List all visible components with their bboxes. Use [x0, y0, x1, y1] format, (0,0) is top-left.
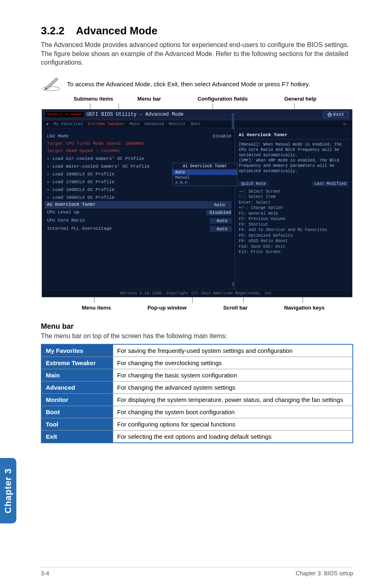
label-general-help: General help — [284, 96, 316, 102]
bullet-icon: ●— — [343, 122, 348, 126]
table-row: Extreme TweakerFor changing the overcloc… — [41, 357, 353, 369]
table-value: For changing the overclocking settings — [113, 357, 353, 369]
menu-monitor[interactable]: Monitor — [169, 122, 186, 126]
heading: 3.2.2Advanced Mode — [41, 25, 353, 37]
menu-boot[interactable]: Boot — [191, 122, 201, 126]
bios-left-pane: LN2 ModeDisabled Target CPU Turbo Mode S… — [42, 128, 234, 290]
power-icon: ⏻ — [327, 112, 332, 117]
bios-right-pane: Ai Overclock Tuner [Manual]: When Manual… — [234, 128, 352, 290]
note-row: To access the Advanced Mode, click Exit,… — [41, 75, 353, 93]
table-key: Main — [41, 369, 113, 381]
selected-item[interactable]: Ai Overclock TunerAuto — [45, 201, 234, 209]
table-key: Monitor — [41, 393, 113, 406]
page-footer: 3-4 Chapter 3: BIOS setup — [41, 567, 353, 577]
list-item[interactable]: Load Air-cooled Gamers' OC Profile — [47, 155, 234, 162]
table-value: For changing the system boot configurati… — [113, 406, 353, 418]
quick-note-button[interactable]: Quick Note — [239, 181, 268, 186]
table-key: Boot — [41, 406, 113, 418]
scroll-thumb[interactable] — [232, 113, 234, 129]
label-submenu-items: Submenu items — [74, 96, 113, 102]
popup-option[interactable]: X.M.P. — [173, 180, 237, 186]
scroll-thumb[interactable] — [232, 282, 234, 286]
heading-number: 3.2.2 — [41, 25, 65, 37]
table-key: Extreme Tweaker — [41, 357, 113, 369]
last-modified-button[interactable]: Last Modified — [312, 181, 349, 186]
table-row: ToolFor configuring options for special … — [41, 418, 353, 430]
chapter-label: Chapter 3 — [3, 468, 13, 513]
table-value: For changing the basic system configurat… — [113, 369, 353, 381]
table-row: BootFor changing the system boot configu… — [41, 406, 353, 418]
label-popup-window: Pop-up window — [148, 305, 187, 311]
bios-title: UEFI BIOS Utility - Advanced Mode — [86, 112, 184, 117]
scrollbar[interactable] — [232, 112, 234, 287]
table-value: For saving the frequently-used system se… — [113, 344, 353, 357]
table-row: My FavoritesFor saving the frequently-us… — [41, 344, 353, 357]
table-key: Exit — [41, 430, 113, 443]
table-row: MainFor changing the basic system config… — [41, 369, 353, 381]
table-value: For changing the advanced system setting… — [113, 381, 353, 393]
popup-title: Ai Overclock Tuner — [173, 163, 237, 170]
list-item[interactable]: Load 1800CLX OC Profile — [47, 186, 234, 193]
table-row: MonitorFor displaying the system tempera… — [41, 393, 353, 406]
label-menu-bar: Menu bar — [137, 96, 161, 102]
menu-advanced[interactable]: Advanced — [144, 122, 164, 126]
list-item: Target CPU Turbo Mode Speed: 3900MHz — [47, 140, 234, 147]
table-value: For displaying the system temperature, p… — [113, 393, 353, 406]
table-row: AdvancedFor changing the advanced system… — [41, 381, 353, 393]
callout-ticks-bottom — [41, 297, 353, 303]
callout-ticks-top — [41, 103, 353, 109]
heading-title: Advanced Mode — [76, 25, 157, 37]
table-key: Tool — [41, 418, 113, 430]
subdesc: The menu bar on top of the screen has th… — [41, 332, 353, 340]
chapter-side-tab: Chapter 3 — [0, 458, 16, 523]
popup-window: Ai Overclock Tuner Auto Manual X.M.P. — [172, 163, 238, 186]
exit-label: Exit — [334, 112, 344, 117]
exit-button[interactable]: ⏻ Exit — [323, 111, 349, 118]
list-item: Target DRAM Speed : 1333MHz — [47, 147, 234, 155]
help-description: [Manual]: When Manual mode is enabled, t… — [239, 142, 349, 174]
quicknote-bar: Quick Note Last Modified — [239, 181, 349, 186]
list-item[interactable]: CPU Level UpDisabled — [47, 209, 234, 217]
subheading: Menu bar — [41, 322, 353, 331]
note-text: To access the Advanced Mode, click Exit,… — [67, 81, 353, 88]
table-value: For selecting the exit options and loadi… — [113, 430, 353, 443]
list-item[interactable]: Internal PLL OvervoltageAuto — [47, 225, 234, 233]
list-item[interactable]: Load 1900CLX OC Profile — [47, 193, 234, 201]
svg-point-0 — [42, 87, 60, 91]
pencil-icon — [41, 75, 61, 93]
label-config-fields: Configuration fields — [197, 96, 248, 102]
rog-badge: REPUBLIC OF GAMERS — [45, 112, 84, 117]
table-value: For configuring options for special func… — [113, 418, 353, 430]
menu-my-favorites[interactable]: My Favorites — [54, 122, 83, 126]
callout-labels-bottom: Menu items Pop-up window Scroll bar Navi… — [57, 305, 341, 311]
star-icon: ★ — [46, 121, 49, 126]
help-title: Ai Overclock Tuner — [239, 132, 349, 139]
menu-main[interactable]: Main — [130, 122, 139, 126]
navigation-keys: →←: Select Screen ↑↓: Select Item Enter:… — [239, 189, 349, 255]
list-item[interactable]: LN2 ModeDisabled — [47, 132, 234, 140]
table-key: My Favorites — [41, 344, 113, 357]
bios-footer: Version 2.10.1208. Copyright (C) 2013 Am… — [42, 290, 352, 297]
callout-labels-top: Submenu items Menu bar Configuration fie… — [57, 96, 341, 102]
page-number: 3-4 — [41, 570, 49, 577]
table-key: Advanced — [41, 381, 113, 393]
label-navigation-keys: Navigation keys — [284, 305, 325, 311]
popup-option[interactable]: Auto — [173, 170, 237, 175]
bios-screenshot: REPUBLIC OF GAMERS UEFI BIOS Utility - A… — [42, 109, 352, 297]
list-item[interactable]: CPU Core RatioAuto — [47, 217, 234, 225]
label-scroll-bar: Scroll bar — [223, 305, 248, 311]
bios-titlebar: REPUBLIC OF GAMERS UEFI BIOS Utility - A… — [42, 110, 352, 120]
bios-menu-bar[interactable]: ★ My Favorites Extreme Tweaker Main Adva… — [42, 120, 352, 128]
label-menu-items: Menu items — [82, 305, 111, 311]
menu-bar-table: My FavoritesFor saving the frequently-us… — [41, 344, 353, 443]
menu-extreme-tweaker[interactable]: Extreme Tweaker — [88, 122, 125, 126]
popup-option[interactable]: Manual — [173, 175, 237, 180]
footer-chapter: Chapter 3: BIOS setup — [296, 570, 353, 577]
table-row: ExitFor selecting the exit options and l… — [41, 430, 353, 443]
intro-paragraph: The Advanced Mode provides advanced opti… — [41, 40, 353, 67]
